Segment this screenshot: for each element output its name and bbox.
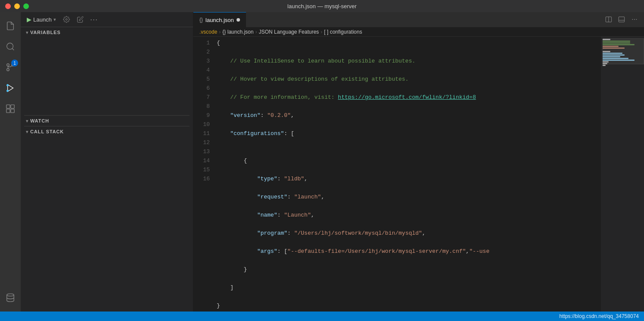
svg-rect-10 — [6, 109, 10, 113]
breadcrumb-vscode[interactable]: .vscode — [199, 29, 217, 35]
watch-header[interactable]: ▾ WATCH — [21, 116, 193, 126]
close-button[interactable] — [5, 3, 11, 9]
callstack-label: CALL STACK — [30, 129, 64, 134]
tab-modified-dot — [237, 18, 240, 22]
files-icon[interactable] — [0, 16, 21, 36]
svg-rect-11 — [11, 109, 14, 113]
json-file-icon: {} — [199, 17, 203, 23]
svg-point-6 — [7, 90, 9, 92]
callstack-chevron-icon: ▾ — [26, 129, 28, 134]
svg-point-2 — [7, 64, 9, 66]
status-link[interactable]: https://blog.csdn.net/qq_34758074 — [559, 313, 639, 319]
toggle-panel-icon[interactable] — [616, 13, 628, 25]
minimap[interactable] — [601, 37, 644, 312]
variables-label: VARIABLES — [30, 30, 61, 35]
search-icon[interactable] — [0, 36, 21, 57]
status-bar: https://blog.csdn.net/qq_34758074 — [0, 312, 644, 321]
watch-label: WATCH — [30, 118, 49, 123]
svg-point-7 — [7, 85, 9, 86]
breadcrumb: .vscode › {} launch.json › JSON Language… — [193, 27, 644, 37]
breadcrumb-launch-json[interactable]: {} launch.json — [222, 29, 253, 35]
play-icon: ▶ — [27, 16, 32, 23]
tab-bar: {} launch.json ··· — [193, 12, 644, 27]
tab-launch-json[interactable]: {} launch.json — [193, 12, 246, 27]
svg-rect-8 — [6, 105, 10, 108]
debug-run-label: Launch — [33, 16, 52, 23]
breadcrumb-configurations[interactable]: [ ] configurations — [324, 29, 362, 35]
svg-point-3 — [7, 69, 9, 71]
callstack-header[interactable]: ▾ CALL STACK — [21, 126, 193, 137]
window-title: launch.json — mysql-server — [287, 3, 357, 9]
tab-toolbar: ··· — [603, 13, 644, 27]
editor-area: {} launch.json ··· — [193, 12, 644, 312]
open-editor-icon[interactable] — [74, 13, 86, 25]
variables-content — [21, 38, 193, 115]
svg-point-12 — [7, 294, 14, 296]
maximize-button[interactable] — [23, 3, 29, 9]
code-content[interactable]: { // Use IntelliSense to learn about pos… — [214, 37, 601, 312]
watch-section: ▾ WATCH — [21, 116, 193, 126]
more-icon[interactable]: ··· — [88, 13, 100, 25]
svg-rect-9 — [11, 105, 14, 108]
titlebar: launch.json — mysql-server — [0, 0, 644, 12]
minimize-button[interactable] — [14, 3, 20, 9]
breadcrumb-language-features[interactable]: JSON Language Features — [259, 29, 319, 35]
activity-bar: 1 — [0, 12, 21, 312]
split-editor-icon[interactable] — [603, 13, 615, 25]
dropdown-arrow-icon: ▾ — [54, 17, 56, 22]
extensions-icon[interactable] — [0, 98, 21, 119]
sidebar: ▶ Launch ▾ ··· ▾ — [21, 12, 193, 312]
settings-icon[interactable] — [60, 13, 73, 25]
debug-run-button[interactable]: ▶ Launch ▾ — [24, 15, 59, 24]
more-actions-icon[interactable]: ··· — [628, 13, 641, 25]
tab-filename: launch.json — [205, 17, 234, 23]
watch-chevron-icon: ▾ — [26, 119, 28, 123]
svg-line-1 — [12, 48, 14, 50]
svg-point-13 — [66, 19, 67, 20]
minimap-content — [601, 37, 644, 68]
source-control-badge: 1 — [11, 60, 18, 66]
code-editor[interactable]: 12345 678910 1112131415 16 { // Use Inte… — [193, 37, 644, 312]
svg-point-0 — [7, 43, 13, 50]
callstack-section: ▾ CALL STACK — [21, 126, 193, 137]
run-debug-icon[interactable] — [0, 78, 21, 98]
debug-toolbar: ▶ Launch ▾ ··· — [21, 12, 193, 27]
variables-header[interactable]: ▾ VARIABLES — [21, 27, 193, 38]
database-icon[interactable] — [0, 287, 21, 308]
traffic-lights[interactable] — [5, 3, 29, 9]
line-numbers: 12345 678910 1112131415 16 — [193, 37, 214, 312]
variables-section: ▾ VARIABLES — [21, 27, 193, 115]
source-control-icon[interactable]: 1 — [0, 57, 21, 78]
svg-rect-16 — [619, 17, 624, 22]
variables-chevron-icon: ▾ — [26, 30, 28, 35]
